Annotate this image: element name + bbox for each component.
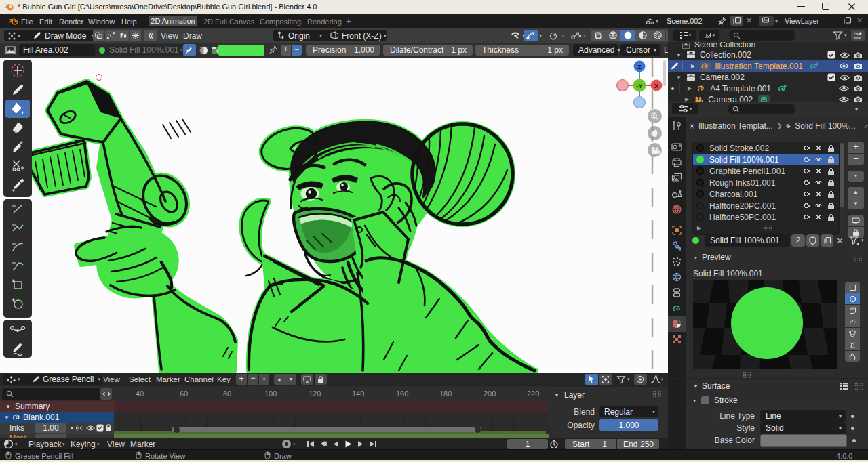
svg-text:Z: Z: [637, 64, 642, 70]
svg-text:X: X: [654, 83, 658, 89]
svg-text:-Y: -Y: [637, 83, 643, 89]
